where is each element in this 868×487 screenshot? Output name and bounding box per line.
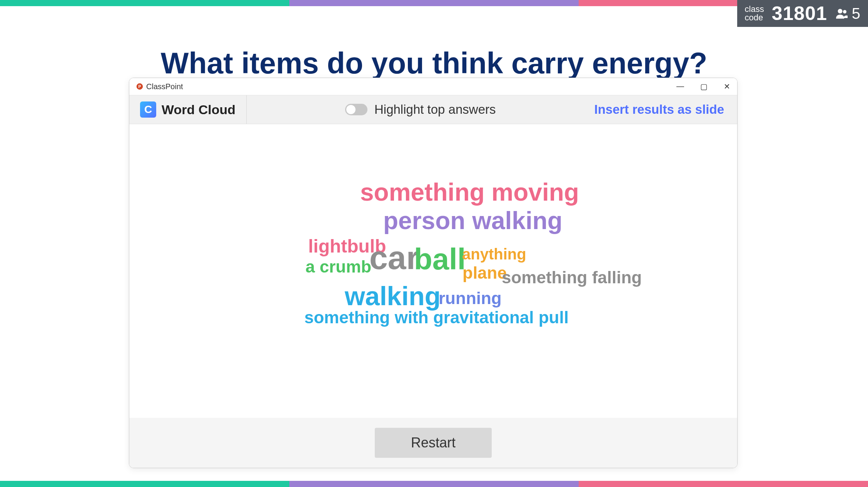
wordcloud-word[interactable]: ball — [414, 242, 466, 277]
bar-segment — [289, 0, 579, 6]
wordcloud-word[interactable]: car — [369, 239, 419, 277]
classpoint-icon: C — [140, 101, 156, 118]
wordcloud-word[interactable]: a crumb — [305, 257, 371, 276]
minimize-button[interactable]: — — [676, 82, 684, 91]
people-icon — [835, 7, 849, 20]
wordcloud-word[interactable]: walking — [345, 281, 441, 311]
class-code-value: 31801 — [772, 2, 827, 25]
wordcloud-word[interactable]: running — [439, 289, 502, 308]
app-name: ClassPoint — [146, 82, 183, 91]
class-code-label: class code — [745, 5, 764, 22]
wordcloud-word[interactable]: plane — [462, 263, 507, 283]
highlight-toggle[interactable] — [345, 104, 367, 115]
bar-segment — [0, 481, 289, 487]
class-code-badge: class code 31801 5 — [737, 0, 868, 27]
toolbar: C Word Cloud Highlight top answers Inser… — [129, 95, 737, 124]
footer: Restart — [129, 418, 737, 468]
svg-point-1 — [843, 10, 846, 13]
wordcloud-header: C Word Cloud — [129, 95, 247, 124]
bottom-color-bar — [0, 481, 868, 487]
wordcloud-word[interactable]: something with gravitational pull — [304, 308, 569, 327]
classpoint-window: P ClassPoint — ▢ ✕ C Word Cloud Highligh… — [129, 78, 738, 468]
wordcloud-canvas: something movingperson walkinglightbulbc… — [129, 124, 737, 418]
maximize-button[interactable]: ▢ — [700, 82, 708, 91]
participant-count: 5 — [835, 5, 860, 22]
insert-results-button[interactable]: Insert results as slide — [594, 102, 738, 117]
wordcloud-label: Word Cloud — [162, 102, 235, 117]
wordcloud-word[interactable]: something falling — [502, 268, 642, 287]
restart-button[interactable]: Restart — [375, 428, 492, 458]
participant-number: 5 — [852, 5, 860, 22]
svg-text:P: P — [138, 84, 141, 89]
wordcloud-word[interactable]: something moving — [360, 178, 579, 206]
question-title: What items do you think carry energy? — [0, 46, 868, 80]
bar-segment — [0, 0, 289, 6]
wordcloud-word[interactable]: person walking — [383, 206, 563, 235]
close-button[interactable]: ✕ — [724, 82, 730, 91]
bar-segment — [289, 481, 579, 487]
svg-point-0 — [838, 9, 842, 13]
titlebar: P ClassPoint — ▢ ✕ — [129, 78, 737, 95]
highlight-label: Highlight top answers — [374, 102, 496, 117]
wordcloud-word[interactable]: anything — [462, 246, 526, 263]
bar-segment — [579, 481, 868, 487]
powerpoint-icon: P — [136, 83, 143, 90]
